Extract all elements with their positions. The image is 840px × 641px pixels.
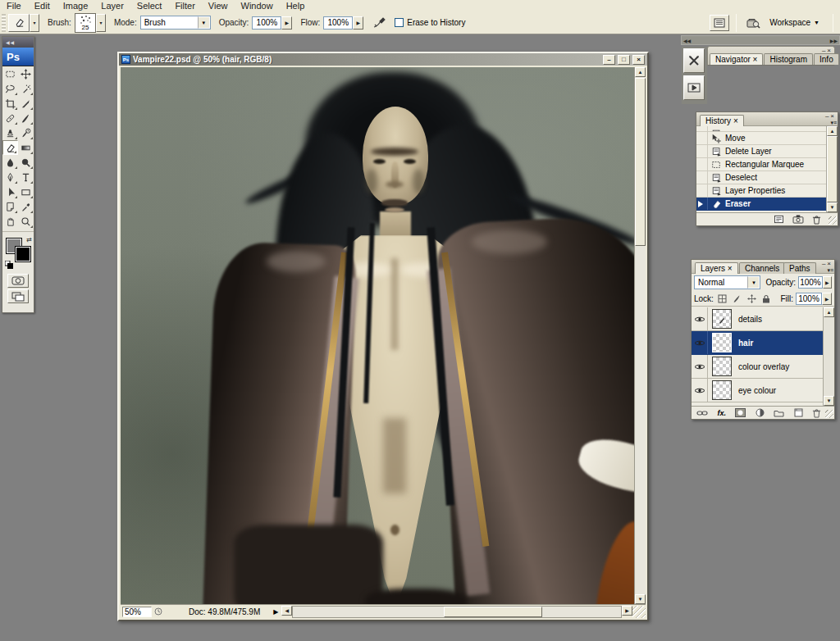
layer-style-icon[interactable]: fx. [717,409,726,417]
default-colors-icon[interactable] [5,261,13,269]
tool-type[interactable] [18,170,34,184]
blend-mode-arrow-icon[interactable]: ▾ [747,276,760,289]
menu-help[interactable]: Help [280,1,312,11]
layer-thumbnail[interactable] [712,309,732,329]
delete-layer-icon[interactable] [812,408,821,418]
new-snapshot-icon[interactable] [792,215,804,224]
layer-thumbnail[interactable] [712,380,732,400]
layer-row-hair-selected[interactable]: hair [692,331,823,355]
window-maximize-button[interactable]: □ [618,55,630,65]
flow-field[interactable]: 100% [323,16,353,30]
layer-row-colour-overlay[interactable]: colour overlay [692,355,823,379]
lock-all-icon[interactable] [762,294,770,303]
brush-dropdown-arrow[interactable]: ▾ [96,14,106,32]
dock-header-strip[interactable]: ◀◀ ▶▶ [681,35,840,45]
tool-magic-wand[interactable] [18,81,34,96]
new-document-from-state-icon[interactable] [774,215,784,224]
tool-presets-panel-icon[interactable] [683,48,705,73]
swap-colors-icon[interactable]: ⇄ [26,236,32,243]
link-layers-icon[interactable] [696,410,708,416]
layers-panel-header[interactable]: Layers × Channels Paths –× ▾≡ [692,260,834,274]
layer-name[interactable]: hair [738,339,753,348]
layer-group-icon[interactable] [774,409,784,417]
airbrush-icon[interactable] [373,17,386,29]
history-state-layer-properties[interactable]: Layer Properties [696,184,826,198]
tool-pen[interactable] [2,170,18,184]
menu-window[interactable]: Window [235,1,280,11]
tool-brush[interactable] [18,111,34,125]
go-to-bridge-icon[interactable] [743,15,763,31]
tab-histogram[interactable]: Histogram [764,53,813,65]
erase-to-history-checkbox[interactable] [395,18,404,27]
window-close-button[interactable]: × [632,55,645,65]
history-state-clipped[interactable] [696,126,826,132]
tool-preset-dropdown-arrow[interactable]: ▾ [30,14,39,32]
tool-clone-stamp[interactable] [2,125,18,140]
tool-crop[interactable] [2,96,18,111]
tool-healing-brush[interactable] [2,111,18,125]
layers-close-icon[interactable]: × [827,260,833,267]
tab-paths[interactable]: Paths [783,262,816,274]
menu-view[interactable]: View [202,1,235,11]
tool-slice[interactable] [18,96,34,111]
blend-mode-select[interactable]: Normal ▾ [694,275,760,289]
history-state-eraser-selected[interactable]: Eraser [696,198,826,211]
scroll-up-arrow[interactable]: ▲ [635,67,646,77]
tab-info[interactable]: Info [814,53,839,65]
scroll-left-arrow[interactable]: ◀ [281,606,292,616]
layer-mask-icon[interactable] [735,408,746,417]
brush-preview[interactable]: 25 [75,13,96,33]
menu-layer[interactable]: Layer [94,1,130,11]
layer-name[interactable]: details [738,315,762,324]
tool-eyedropper[interactable] [18,199,34,214]
scroll-right-arrow[interactable]: ▶ [622,606,632,616]
toolbox-collapse-header[interactable]: ◀◀ [2,37,34,48]
history-scrollbar[interactable]: ▲ ▼ [826,126,838,212]
history-close-icon[interactable]: × [830,112,836,120]
dock-collapse-left-icon[interactable]: ◀◀ [683,38,691,43]
quick-mask-button[interactable] [7,274,29,288]
history-state-deselect[interactable]: Deselect [696,171,826,184]
horizontal-scroll-thumb[interactable] [444,607,542,617]
tool-rectangular-marquee[interactable] [2,66,18,81]
layer-row-eye-colour[interactable]: eye colour [692,379,823,402]
tab-channels[interactable]: Channels [739,262,785,274]
layer-thumbnail[interactable] [712,357,732,376]
layers-flyout-icon[interactable]: ▾≡ [827,267,833,274]
tool-eraser[interactable] [2,140,18,155]
tool-shape[interactable] [18,184,34,199]
layers-scroll-down-icon[interactable]: ▼ [824,396,834,406]
menu-image[interactable]: Image [57,1,95,11]
layer-row-details[interactable]: details [692,307,823,331]
tool-zoom[interactable] [18,214,34,229]
visibility-eye-icon[interactable] [692,307,708,330]
tool-gradient[interactable] [18,140,34,155]
visibility-eye-icon[interactable] [692,331,708,354]
layers-scrollbar[interactable]: ▲ ▼ [823,307,834,406]
layer-name[interactable]: eye colour [738,386,776,395]
options-bar-grip[interactable] [2,14,6,32]
screen-mode-button[interactable] [7,289,29,303]
history-source-cell[interactable] [696,126,708,131]
tool-hand[interactable] [2,214,18,229]
history-source-cell[interactable] [696,184,708,197]
tab-navigator[interactable]: Navigator × [710,53,763,65]
window-resize-grip[interactable] [632,606,646,618]
window-minimize-button[interactable]: – [603,55,615,65]
history-scroll-down-icon[interactable]: ▼ [827,202,838,212]
fill-arrow[interactable]: ▶ [822,293,832,305]
lock-position-icon[interactable] [747,294,756,303]
lock-transparency-icon[interactable] [718,294,727,303]
background-color-swatch[interactable] [15,246,31,262]
tool-blur[interactable] [2,155,18,170]
vertical-scrollbar[interactable]: ▲ ▼ [634,67,646,604]
layers-opacity-field[interactable]: 100% [798,276,823,289]
vertical-scroll-thumb[interactable] [635,78,646,246]
flow-slider-arrow[interactable]: ▶ [353,16,363,30]
brushes-palette-icon[interactable] [710,15,729,31]
visibility-eye-icon[interactable] [692,355,708,378]
tool-lasso[interactable] [2,81,18,96]
actions-panel-icon[interactable] [683,75,705,100]
opacity-field[interactable]: 100% [252,16,281,30]
document-title-bar[interactable]: Ps Vampire22.psd @ 50% (hair, RGB/8) – □… [119,53,647,66]
